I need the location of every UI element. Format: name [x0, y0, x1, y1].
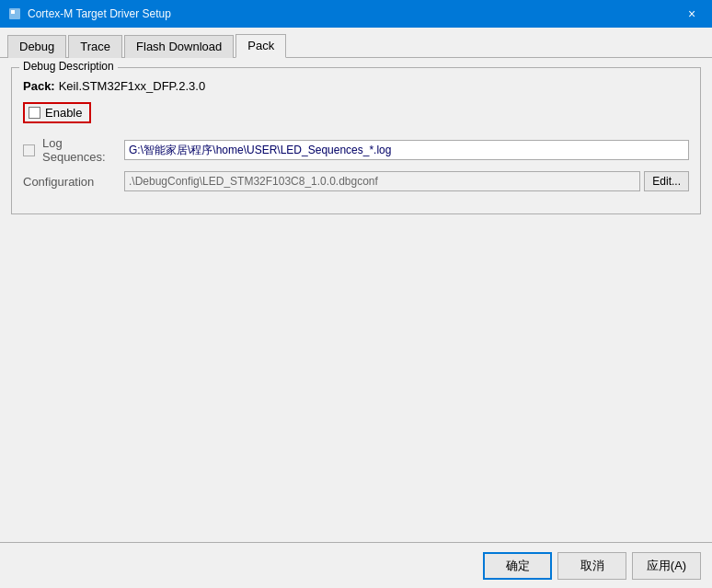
pack-row: Pack: Keil.STM32F1xx_DFP.2.3.0	[23, 79, 689, 93]
tab-debug[interactable]: Debug	[7, 35, 66, 58]
dialog-body: Debug Trace Flash Download Pack Debug De…	[0, 28, 712, 588]
enable-label: Enable	[45, 106, 82, 120]
configuration-row: Configuration Edit...	[23, 171, 689, 191]
log-sequences-label-container: Log Sequences:	[23, 136, 124, 164]
configuration-label-container: Configuration	[23, 175, 124, 189]
log-sequences-checkbox[interactable]	[23, 144, 35, 156]
configuration-label: Configuration	[23, 175, 94, 189]
close-button[interactable]: ×	[679, 1, 705, 27]
edit-button[interactable]: Edit...	[644, 171, 689, 191]
pack-label: Pack:	[23, 79, 55, 93]
tab-flash-download[interactable]: Flash Download	[124, 35, 234, 58]
pack-value: Keil.STM32F1xx_DFP.2.3.0	[59, 79, 205, 93]
tab-pack[interactable]: Pack	[235, 34, 286, 58]
cancel-button[interactable]: 取消	[557, 552, 626, 580]
enable-row: Enable	[23, 102, 91, 123]
content-area: Debug Description Pack: Keil.STM32F1xx_D…	[0, 58, 712, 542]
log-sequences-input[interactable]	[124, 140, 689, 160]
group-box-legend: Debug Description	[19, 60, 118, 73]
bottom-bar: 确定 取消 应用(A)	[0, 542, 712, 588]
confirm-button[interactable]: 确定	[483, 552, 552, 580]
log-sequences-label: Log Sequences:	[42, 136, 124, 164]
log-sequences-row: Log Sequences:	[23, 136, 689, 164]
enable-highlight-box: Enable	[23, 102, 91, 123]
title-bar-text: Cortex-M Target Driver Setup	[28, 7, 171, 20]
debug-description-group: Debug Description Pack: Keil.STM32F1xx_D…	[11, 67, 701, 214]
app-icon	[7, 6, 22, 21]
title-bar-left: Cortex-M Target Driver Setup	[7, 6, 171, 21]
enable-checkbox[interactable]	[29, 107, 40, 119]
configuration-input[interactable]	[124, 171, 640, 191]
svg-rect-1	[11, 10, 15, 14]
apply-button[interactable]: 应用(A)	[632, 552, 701, 580]
title-bar: Cortex-M Target Driver Setup ×	[0, 0, 712, 28]
tabs-container: Debug Trace Flash Download Pack	[0, 28, 712, 58]
tab-trace[interactable]: Trace	[68, 35, 122, 58]
